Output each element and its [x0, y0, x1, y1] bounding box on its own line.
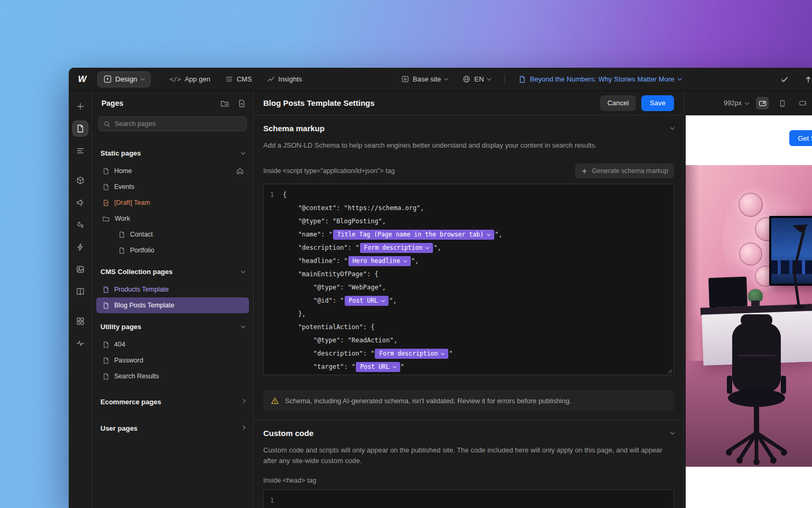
site-page-preview[interactable]: Get St — [686, 115, 812, 508]
section-user-pages[interactable]: User pages — [92, 418, 253, 438]
page-item-home[interactable]: Home — [96, 163, 249, 179]
generate-schema-button[interactable]: Generate schema markup — [575, 164, 674, 178]
navigator-icon[interactable] — [72, 143, 88, 159]
section-ecommerce-pages[interactable]: Ecommerce pages — [92, 392, 253, 412]
logic-icon[interactable] — [72, 239, 88, 255]
search-pages-input[interactable] — [115, 120, 242, 128]
chevron-down-icon — [393, 365, 396, 368]
schema-code-editor[interactable]: 1 { "@context": "https://schema.org", "@… — [263, 184, 674, 375]
schema-markup-section-header[interactable]: Schema markup — [263, 124, 674, 133]
pages-panel-title: Pages — [102, 99, 212, 107]
current-page-title: Beyond the Numbers: Why Stories Matter M… — [530, 75, 674, 83]
schema-field-pill[interactable]: Form description — [375, 349, 448, 359]
megaphone-icon[interactable] — [72, 195, 88, 211]
chevron-down-icon — [381, 298, 385, 302]
schema-warning-banner: Schema, including AI-generated schema, i… — [263, 390, 674, 411]
chevron-down-icon — [745, 100, 749, 104]
schema-field-pill[interactable]: Post URL — [356, 362, 400, 372]
line-number-gutter: 1 — [264, 184, 280, 375]
chevron-down-icon — [241, 268, 245, 273]
chevron-down-icon — [403, 259, 407, 262]
schema-field-pill[interactable]: Hero headline — [348, 256, 411, 266]
design-mode-button[interactable]: Design — [97, 71, 151, 87]
page-item-password[interactable]: Password — [96, 352, 249, 368]
chevron-down-icon — [140, 76, 144, 80]
home-icon — [236, 167, 244, 175]
breakpoint-tablet-icon[interactable] — [776, 97, 789, 110]
cancel-button[interactable]: Cancel — [600, 95, 636, 111]
template-settings-panel: Blog Posts Template Settings Cancel Save… — [254, 91, 684, 508]
cms-tab[interactable]: CMS — [225, 75, 252, 83]
search-icon — [104, 121, 110, 128]
page-item-events[interactable]: Events — [96, 179, 249, 195]
breakpoint-desktop-icon[interactable] — [756, 97, 769, 110]
page-item-404[interactable]: 404 — [96, 337, 249, 352]
resize-grip-icon[interactable] — [668, 369, 672, 374]
insights-tab[interactable]: Insights — [267, 75, 302, 83]
page-item-portfolio[interactable]: Portfolio — [96, 242, 249, 258]
custom-code-section-header[interactable]: Custom code — [263, 429, 674, 438]
pages-panel: Pages Static pages Home — [92, 91, 254, 508]
custom-code-title: Custom code — [263, 429, 313, 438]
app-window: W Design </> App gen CMS Insights — [69, 68, 812, 508]
sparkle-icon — [581, 168, 588, 175]
schema-field-pill[interactable]: Post URL — [345, 296, 389, 306]
variables-icon[interactable] — [72, 217, 88, 233]
design-label: Design — [115, 75, 137, 83]
components-icon[interactable] — [72, 173, 88, 188]
webflow-logo-icon[interactable]: W — [75, 74, 89, 85]
stack-icon — [225, 75, 233, 83]
page-item-search-results[interactable]: Search Results — [96, 368, 249, 384]
page-icon — [519, 76, 526, 83]
globe-icon — [463, 75, 470, 83]
office-chair-and-lamp — [686, 165, 812, 467]
pages-panel-icon[interactable] — [72, 121, 88, 137]
publish-icon[interactable] — [804, 75, 812, 84]
canvas-toolbar: 992px — [684, 91, 812, 115]
head-code-editor[interactable]: 1 — [263, 489, 674, 508]
chevron-down-icon — [441, 351, 445, 355]
libraries-icon[interactable] — [72, 284, 88, 300]
line-number-gutter: 1 — [264, 490, 280, 508]
chevron-down-icon — [241, 323, 245, 328]
section-cms-collection-pages[interactable]: CMS Collection pages — [92, 261, 253, 282]
assets-icon[interactable] — [72, 261, 88, 277]
warning-icon — [271, 397, 279, 405]
audit-icon[interactable] — [72, 335, 88, 351]
section-static-pages[interactable]: Static pages — [92, 143, 253, 163]
base-site-selector[interactable]: Base site — [401, 75, 448, 83]
hero-photo — [686, 165, 812, 467]
chevron-right-icon — [241, 425, 245, 429]
current-page-selector[interactable]: Beyond the Numbers: Why Stories Matter M… — [519, 75, 681, 83]
saved-check-icon — [780, 75, 789, 84]
folder-item-work[interactable]: Work — [96, 211, 249, 226]
chevron-down-icon — [670, 125, 675, 130]
canvas-area: 992px Get St — [684, 91, 812, 508]
chevron-down-icon — [241, 150, 245, 154]
custom-code-description: Custom code and scripts will only appear… — [263, 445, 674, 466]
page-item-contact[interactable]: Contact — [96, 226, 249, 242]
inside-head-tag-label: Inside <head> tag — [263, 477, 316, 484]
section-utility-pages[interactable]: Utility pages — [92, 316, 253, 337]
add-elements-icon[interactable] — [72, 98, 88, 114]
schema-field-pill[interactable]: Form description — [360, 243, 433, 253]
page-item-draft-team[interactable]: [Draft] Team — [96, 195, 249, 211]
left-toolbar — [69, 91, 92, 508]
chevron-down-icon — [426, 246, 429, 249]
schema-field-pill[interactable]: Title Tag (Page name in the browser tab) — [333, 230, 494, 240]
get-started-button[interactable]: Get St — [789, 130, 812, 146]
language-selector[interactable]: EN — [463, 75, 491, 83]
breakpoint-mobile-landscape-icon[interactable] — [796, 97, 809, 110]
new-folder-icon[interactable] — [220, 99, 229, 107]
chevron-down-icon — [444, 76, 448, 80]
save-button[interactable]: Save — [641, 95, 674, 111]
breakpoint-width-selector[interactable]: 992px — [724, 99, 749, 107]
page-item-blog-posts-template[interactable]: Blog Posts Template — [96, 297, 249, 313]
chevron-down-icon — [677, 76, 681, 80]
app-gen-tab[interactable]: </> App gen — [170, 75, 210, 83]
apps-icon[interactable] — [72, 313, 88, 329]
new-page-icon[interactable] — [238, 99, 246, 107]
chevron-down-icon — [487, 232, 491, 236]
page-item-products-template[interactable]: Products Template — [96, 282, 249, 297]
search-pages-box[interactable] — [98, 116, 247, 131]
